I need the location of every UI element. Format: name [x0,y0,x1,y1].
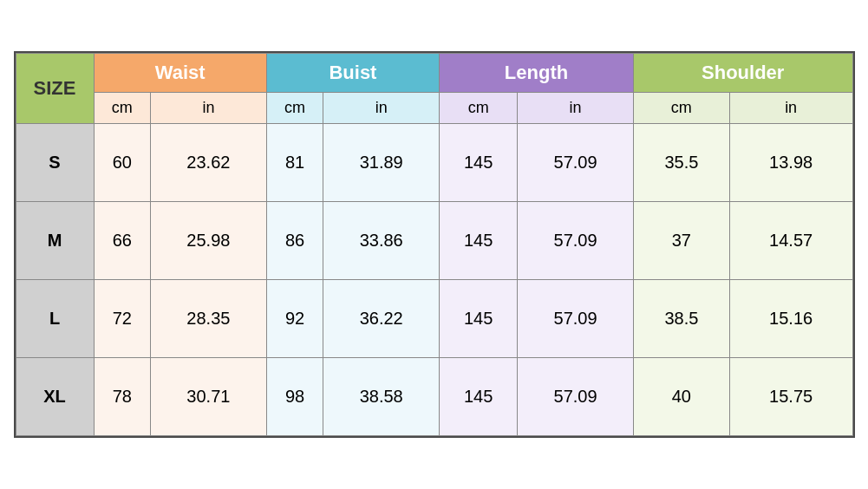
waist-cm-cell: 72 [94,280,151,358]
length-cm-cell: 145 [440,202,518,280]
waist-in-cell: 23.62 [151,124,267,202]
bust-cm-cell: 81 [266,124,323,202]
shoulder-in-subheader: in [729,93,852,124]
bust-in-cell: 38.58 [323,358,440,436]
shoulder-cm-cell: 38.5 [633,280,729,358]
waist-in-cell: 25.98 [151,202,267,280]
bust-in-cell: 33.86 [323,202,440,280]
table-row: L 72 28.35 92 36.22 145 57.09 38.5 15.16 [16,280,852,358]
bust-cm-subheader: cm [266,93,323,124]
shoulder-in-cell: 15.75 [729,358,852,436]
length-cm-cell: 145 [440,280,518,358]
length-cm-cell: 145 [440,358,518,436]
waist-cm-subheader: cm [94,93,151,124]
shoulder-cm-cell: 37 [633,202,729,280]
size-cell: L [16,280,94,358]
size-cell: M [16,202,94,280]
length-in-cell: 57.09 [518,280,634,358]
waist-cm-cell: 60 [94,124,151,202]
length-in-cell: 57.09 [518,358,634,436]
bust-header: Buist [266,54,439,93]
length-in-subheader: in [518,93,634,124]
waist-in-cell: 28.35 [151,280,267,358]
bust-cm-cell: 98 [266,358,323,436]
shoulder-in-cell: 13.98 [729,124,852,202]
shoulder-in-cell: 14.57 [729,202,852,280]
shoulder-in-cell: 15.16 [729,280,852,358]
table-row: M 66 25.98 86 33.86 145 57.09 37 14.57 [16,202,852,280]
waist-cm-cell: 78 [94,358,151,436]
waist-cm-cell: 66 [94,202,151,280]
size-chart: SIZE Waist Buist Length Shoulder cm in c… [14,51,855,438]
length-cm-subheader: cm [440,93,518,124]
bust-in-cell: 31.89 [323,124,440,202]
table-row: XL 78 30.71 98 38.58 145 57.09 40 15.75 [16,358,852,436]
bust-in-subheader: in [323,93,440,124]
waist-header: Waist [94,54,266,93]
size-header: SIZE [16,54,94,124]
shoulder-cm-cell: 40 [633,358,729,436]
bust-cm-cell: 86 [266,202,323,280]
waist-in-cell: 30.71 [151,358,267,436]
length-header: Length [440,54,634,93]
size-cell: XL [16,358,94,436]
size-cell: S [16,124,94,202]
bust-in-cell: 36.22 [323,280,440,358]
length-in-cell: 57.09 [518,202,634,280]
table-row: S 60 23.62 81 31.89 145 57.09 35.5 13.98 [16,124,852,202]
waist-in-subheader: in [151,93,267,124]
shoulder-cm-cell: 35.5 [633,124,729,202]
length-cm-cell: 145 [440,124,518,202]
shoulder-cm-subheader: cm [633,93,729,124]
bust-cm-cell: 92 [266,280,323,358]
length-in-cell: 57.09 [518,124,634,202]
shoulder-header: Shoulder [633,54,852,93]
